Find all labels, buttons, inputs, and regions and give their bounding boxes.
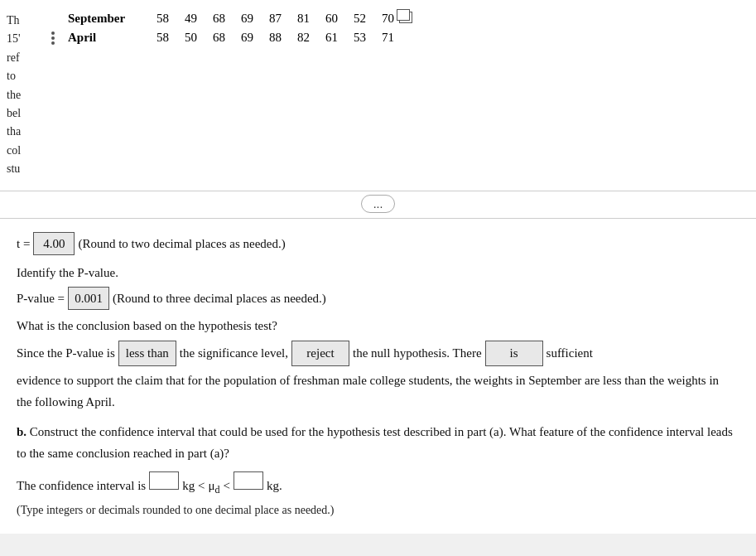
confidence-prefix: The confidence interval is <box>17 475 146 496</box>
sep-val-4: 69 <box>227 12 255 26</box>
sep-val-8: 52 <box>339 12 368 26</box>
confidence-lower-input[interactable] <box>149 471 179 490</box>
september-label: September <box>68 12 142 26</box>
sidebar-line-6: bel <box>7 104 51 123</box>
sep-val-7: 60 <box>311 12 339 26</box>
t-note: (Round to two decimal places as needed.) <box>78 233 285 254</box>
hypothesis-question: What is the conclusion based on the hypo… <box>17 315 736 336</box>
dot-2 <box>51 36 55 40</box>
apr-val-4: 69 <box>227 31 255 45</box>
apr-val-5: 88 <box>255 31 283 45</box>
bottom-panel: t = 4.00 (Round to two decimal places as… <box>0 219 756 534</box>
apr-val-8: 53 <box>339 31 368 45</box>
confidence-interval-line: The confidence interval is kg < μd < kg. <box>17 471 736 499</box>
more-button[interactable]: ... <box>361 195 396 213</box>
dot-1 <box>51 31 55 35</box>
april-values: 58 50 68 69 88 82 61 53 71 <box>142 31 396 45</box>
apr-val-7: 61 <box>311 31 339 45</box>
part-b-text: Construct the confidence interval that c… <box>17 425 733 460</box>
t-value-line: t = 4.00 (Round to two decimal places as… <box>17 232 736 255</box>
confidence-unit2: < <box>223 475 229 496</box>
confidence-note: (Type integers or decimals rounded to on… <box>17 500 736 521</box>
p-value-box: 0.001 <box>68 287 109 310</box>
confidence-upper-input[interactable] <box>234 471 263 490</box>
sidebar-line-3: ref <box>7 49 51 67</box>
t-value-box: 4.00 <box>33 232 75 255</box>
copy-icon[interactable] <box>399 12 412 23</box>
sep-val-1: 58 <box>142 12 171 26</box>
confidence-unit3: kg. <box>267 475 282 496</box>
p-note: (Round to three decimal places as needed… <box>113 288 326 309</box>
data-table: September 58 49 68 69 87 81 60 52 70 Apr… <box>58 7 756 184</box>
confidence-unit1: kg < <box>182 475 205 496</box>
apr-val-2: 50 <box>171 31 199 45</box>
conclusion-mid: the significance level, <box>180 342 288 365</box>
september-values: 58 49 68 69 87 81 60 52 70 <box>142 12 412 26</box>
april-row: April 58 50 68 69 88 82 61 53 71 <box>68 31 746 45</box>
p-section-label: Identify the P-value. <box>17 262 736 283</box>
t-label: t = <box>17 233 30 254</box>
sidebar-line-9: stu <box>7 160 51 178</box>
sidebar-menu[interactable] <box>51 31 55 45</box>
sidebar-line-5: the <box>7 86 51 104</box>
september-row: September 58 49 68 69 87 81 60 52 70 <box>68 12 746 26</box>
sidebar-line-1: Th <box>7 12 51 30</box>
conclusion-null: the null hypothesis. There <box>353 342 482 365</box>
more-button-row: ... <box>0 191 756 219</box>
is-box: is <box>485 341 543 366</box>
part-b-section: b. Construct the confidence interval tha… <box>17 421 736 465</box>
action-box: reject <box>291 341 349 366</box>
sep-val-6: 81 <box>283 12 311 26</box>
conclusion-line-1: Since the P-value is less than the signi… <box>17 341 736 366</box>
sep-val-5: 87 <box>255 12 283 26</box>
conclusion-prefix: Since the P-value is <box>17 342 115 365</box>
confidence-mu: μd <box>208 475 219 499</box>
conclusion-suffix: sufficient <box>547 342 593 365</box>
april-label: April <box>68 31 142 45</box>
p-label: P-value = <box>17 288 65 309</box>
sidebar-line-4: to <box>7 67 51 85</box>
sep-val-9: 70 <box>368 12 396 26</box>
p-value-line: P-value = 0.001 (Round to three decimal … <box>17 287 736 310</box>
apr-val-1: 58 <box>142 31 171 45</box>
sep-val-3: 68 <box>199 12 227 26</box>
sidebar-text: Th 15' ref to the bel tha col stu <box>0 7 58 184</box>
dot-3 <box>51 41 55 45</box>
apr-val-3: 68 <box>199 31 227 45</box>
sidebar-line-8: col <box>7 142 51 160</box>
sidebar-line-2: 15' <box>7 30 51 48</box>
comparison-box: less than <box>118 341 176 366</box>
conclusion-text-2: evidence to support the claim that for t… <box>17 370 736 413</box>
data-panel: Th 15' ref to the bel tha col stu Septem… <box>0 0 756 191</box>
sep-val-2: 49 <box>171 12 199 26</box>
apr-val-6: 82 <box>283 31 311 45</box>
sidebar-line-7: tha <box>7 123 51 141</box>
part-b-label: b. <box>17 425 26 438</box>
apr-val-9: 71 <box>368 31 396 45</box>
